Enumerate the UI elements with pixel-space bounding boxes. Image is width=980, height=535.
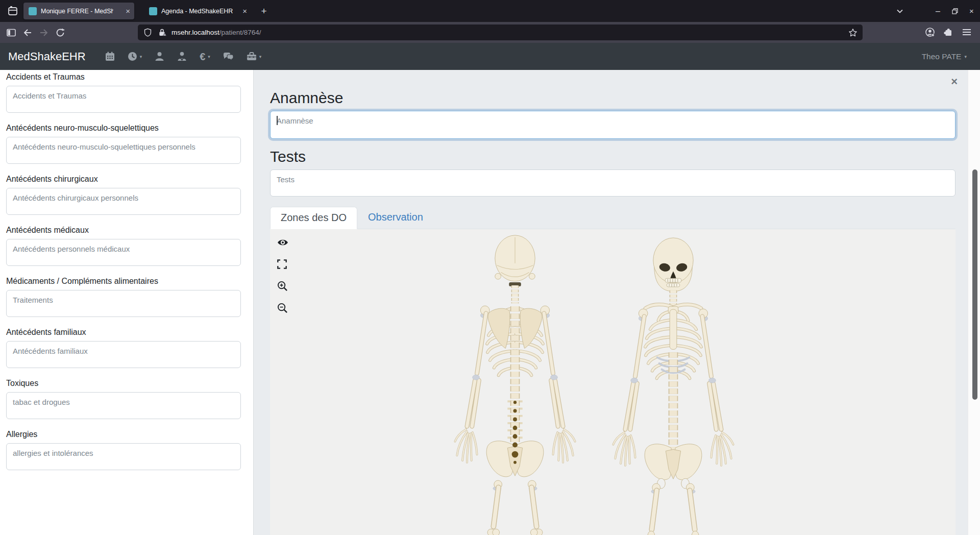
forward-button[interactable] <box>36 25 52 40</box>
form-group: Antécédents médicaux <box>6 225 241 266</box>
site-favicon <box>149 7 157 15</box>
account-icon[interactable] <box>921 25 939 40</box>
scrollbar-thumb[interactable] <box>972 169 977 400</box>
field-label: Accidents et Traumas <box>6 72 241 82</box>
tests-title: Tests <box>270 148 955 165</box>
field-label: Allergies <box>6 429 241 439</box>
url-host: msehr.localhost <box>172 29 219 36</box>
window-close-button[interactable]: × <box>963 4 980 19</box>
url-path: /patient/8764/ <box>219 29 261 36</box>
form-group: Allergies <box>6 429 241 470</box>
screen: Monique FERRE - MedSha × Agenda - MedSha… <box>0 0 980 535</box>
chevron-down-icon: ▾ <box>208 54 210 59</box>
browser-tab-patient[interactable]: Monique FERRE - MedSha × <box>23 3 134 19</box>
tab-observation[interactable]: Observation <box>357 206 434 229</box>
list-tabs-chevron-icon[interactable] <box>891 4 908 19</box>
firefox-view-icon[interactable] <box>5 4 20 19</box>
tests-field[interactable] <box>270 169 955 197</box>
field-label: Antécédents neuro-musculo-squelettiques <box>6 123 241 133</box>
field-label: Antécédents médicaux <box>6 225 241 235</box>
medicaments-field[interactable] <box>6 290 241 317</box>
extensions-puzzle-icon[interactable] <box>939 25 958 40</box>
toolbox-icon[interactable]: ▾ <box>243 48 265 64</box>
field-label: Médicaments / Compléments alimentaires <box>6 276 241 286</box>
text-cursor <box>277 116 278 125</box>
antecedents-medicaux-field[interactable] <box>6 239 241 266</box>
practitioner-icon[interactable] <box>174 48 190 64</box>
tab-title: Agenda - MedShakeEHR <box>161 8 234 15</box>
anamnese-title: Anamnèse <box>270 89 955 107</box>
patient-icon[interactable] <box>152 48 167 64</box>
form-group: Antécédents familiaux <box>6 327 241 368</box>
accidents-traumas-field[interactable] <box>6 86 241 113</box>
bookmark-star-icon[interactable] <box>848 28 857 37</box>
browser-tab-bar: Monique FERRE - MedSha × Agenda - MedSha… <box>0 0 980 22</box>
tab-zones-des-do[interactable]: Zones des DO <box>270 207 357 229</box>
field-label: Antécédents familiaux <box>6 327 241 337</box>
skeleton-anterior <box>613 238 733 535</box>
field-label: Antécédents chirurgicaux <box>6 174 241 184</box>
form-group: Toxiques <box>6 378 241 419</box>
window-minimize-button[interactable]: – <box>929 4 946 19</box>
chevron-down-icon: ▾ <box>140 54 142 59</box>
antecedents-form: Accidents et Traumas Antécédents neuro-m… <box>0 70 254 535</box>
app-navbar: MedShakeEHR ▾ € ▾ <box>0 43 980 70</box>
form-group: Antécédents chirurgicaux <box>6 174 241 215</box>
skeleton-zones-canvas[interactable] <box>438 232 755 535</box>
zoom-in-icon[interactable] <box>277 275 292 297</box>
chevron-down-icon: ▾ <box>259 54 262 59</box>
menu-hamburger-icon[interactable] <box>958 25 976 40</box>
allergies-field[interactable] <box>6 443 241 470</box>
fullscreen-icon[interactable] <box>277 253 292 275</box>
reload-button[interactable] <box>52 25 68 40</box>
url-bar[interactable]: msehr.localhost/patient/8764/ <box>138 25 863 40</box>
antecedents-chirurgicaux-field[interactable] <box>6 188 241 215</box>
skeleton-posterior <box>455 235 575 535</box>
user-name: Theo PATE <box>922 52 962 61</box>
field-label: Toxiques <box>6 378 241 388</box>
toolbar-right-cluster <box>918 25 976 40</box>
calendar-icon[interactable] <box>102 48 118 64</box>
user-menu[interactable]: Theo PATE ▾ <box>922 52 967 61</box>
site-favicon <box>29 7 37 15</box>
eye-icon[interactable] <box>277 231 292 253</box>
form-group: Antécédents neuro-musculo-squelettiques <box>6 123 241 164</box>
zoom-out-icon[interactable] <box>277 297 292 319</box>
tab-title: Monique FERRE - MedSha <box>41 8 113 15</box>
antecedents-familiaux-field[interactable] <box>6 341 241 368</box>
sidebar-toggle-icon[interactable] <box>3 25 19 40</box>
anamnese-fieldwrap <box>270 111 955 139</box>
consultation-panel: × Anamnèse Tests Zones des DO Observatio… <box>254 70 968 535</box>
window-restore-button[interactable] <box>946 4 963 19</box>
messages-icon[interactable] <box>220 48 237 64</box>
new-tab-button[interactable]: + <box>257 4 271 18</box>
form-group: Médicaments / Compléments alimentaires <box>6 276 241 317</box>
shield-icon[interactable] <box>143 28 152 37</box>
lock-warning-icon[interactable] <box>158 28 166 37</box>
chevron-down-icon: ▾ <box>964 54 967 59</box>
app-brand[interactable]: MedShakeEHR <box>8 50 86 63</box>
form-group: Accidents et Traumas <box>6 72 241 113</box>
navbar-items: ▾ € ▾ ▾ <box>102 48 272 65</box>
tab-close-icon[interactable]: × <box>126 7 130 15</box>
toxiques-field[interactable] <box>6 392 241 419</box>
antecedents-neuro-field[interactable] <box>6 137 241 164</box>
clock-icon[interactable]: ▾ <box>125 48 145 64</box>
zones-viewer <box>270 229 955 535</box>
viewer-toolbar <box>277 231 292 319</box>
scrollbar[interactable] <box>968 70 980 535</box>
panel-close-icon[interactable]: × <box>951 76 958 87</box>
billing-euro-icon[interactable]: € ▾ <box>197 48 213 65</box>
anamnese-field[interactable] <box>270 111 955 139</box>
tab-close-icon[interactable]: × <box>242 7 247 15</box>
url-text: msehr.localhost/patient/8764/ <box>172 29 261 36</box>
panel-tabs: Zones des DO Observation <box>270 206 955 229</box>
browser-tab-agenda[interactable]: Agenda - MedShakeEHR × <box>144 3 251 19</box>
window-controls: – × <box>891 0 980 22</box>
back-button[interactable] <box>19 25 36 40</box>
page-content: Accidents et Traumas Antécédents neuro-m… <box>0 70 980 535</box>
browser-toolbar: msehr.localhost/patient/8764/ <box>0 22 980 43</box>
